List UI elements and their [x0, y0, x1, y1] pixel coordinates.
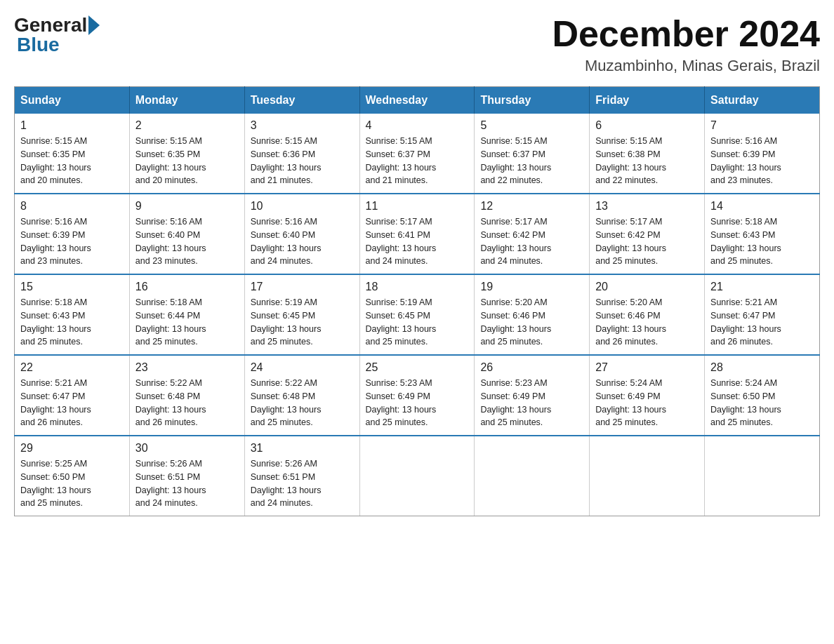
day-info: Sunrise: 5:17 AM Sunset: 6:41 PM Dayligh… [366, 215, 469, 268]
day-number: 7 [710, 119, 814, 132]
calendar-cell: 13 Sunrise: 5:17 AM Sunset: 6:42 PM Dayl… [590, 194, 705, 274]
day-info: Sunrise: 5:20 AM Sunset: 6:46 PM Dayligh… [595, 296, 699, 349]
calendar-cell: 14 Sunrise: 5:18 AM Sunset: 6:43 PM Dayl… [705, 194, 820, 274]
day-info: Sunrise: 5:18 AM Sunset: 6:44 PM Dayligh… [135, 296, 239, 349]
calendar-cell: 15 Sunrise: 5:18 AM Sunset: 6:43 PM Dayl… [15, 274, 130, 355]
day-number: 26 [480, 361, 583, 374]
day-number: 29 [20, 442, 124, 455]
day-info: Sunrise: 5:17 AM Sunset: 6:42 PM Dayligh… [480, 215, 583, 268]
calendar-cell: 9 Sunrise: 5:16 AM Sunset: 6:40 PM Dayli… [129, 194, 244, 274]
calendar-cell: 27 Sunrise: 5:24 AM Sunset: 6:49 PM Dayl… [590, 355, 705, 436]
header-wednesday: Wednesday [359, 87, 475, 114]
day-info: Sunrise: 5:15 AM Sunset: 6:37 PM Dayligh… [480, 135, 583, 187]
calendar-cell: 4 Sunrise: 5:15 AM Sunset: 6:37 PM Dayli… [359, 114, 475, 194]
main-title: December 2024 [552, 14, 820, 54]
page-header: General Blue December 2024 Muzambinho, M… [14, 14, 820, 75]
calendar-cell: 11 Sunrise: 5:17 AM Sunset: 6:41 PM Dayl… [359, 194, 475, 274]
day-number: 14 [710, 200, 814, 213]
day-info: Sunrise: 5:16 AM Sunset: 6:40 PM Dayligh… [251, 215, 354, 268]
day-info: Sunrise: 5:18 AM Sunset: 6:43 PM Dayligh… [20, 296, 124, 349]
day-number: 21 [710, 281, 814, 293]
calendar-cell: 10 Sunrise: 5:16 AM Sunset: 6:40 PM Dayl… [244, 194, 359, 274]
day-info: Sunrise: 5:23 AM Sunset: 6:49 PM Dayligh… [366, 377, 469, 429]
day-number: 27 [595, 361, 699, 374]
day-info: Sunrise: 5:16 AM Sunset: 6:40 PM Dayligh… [135, 215, 239, 268]
header-saturday: Saturday [705, 87, 820, 114]
day-number: 5 [480, 119, 583, 132]
day-info: Sunrise: 5:16 AM Sunset: 6:39 PM Dayligh… [710, 135, 814, 187]
day-number: 9 [135, 200, 239, 213]
day-number: 28 [710, 361, 814, 374]
calendar-week-row: 1 Sunrise: 5:15 AM Sunset: 6:35 PM Dayli… [15, 114, 820, 194]
calendar-week-row: 22 Sunrise: 5:21 AM Sunset: 6:47 PM Dayl… [15, 355, 820, 436]
day-number: 23 [135, 361, 239, 374]
calendar-cell: 23 Sunrise: 5:22 AM Sunset: 6:48 PM Dayl… [129, 355, 244, 436]
logo-blue-text: Blue [17, 34, 60, 55]
day-number: 16 [135, 281, 239, 293]
calendar-cell: 29 Sunrise: 5:25 AM Sunset: 6:50 PM Dayl… [15, 436, 130, 516]
day-info: Sunrise: 5:26 AM Sunset: 6:51 PM Dayligh… [251, 457, 354, 510]
title-section: December 2024 Muzambinho, Minas Gerais, … [552, 14, 820, 75]
day-number: 15 [20, 281, 124, 293]
day-number: 4 [366, 119, 469, 132]
day-info: Sunrise: 5:20 AM Sunset: 6:46 PM Dayligh… [480, 296, 583, 349]
day-number: 17 [251, 281, 354, 293]
day-info: Sunrise: 5:25 AM Sunset: 6:50 PM Dayligh… [20, 457, 124, 510]
header-thursday: Thursday [475, 87, 590, 114]
day-info: Sunrise: 5:21 AM Sunset: 6:47 PM Dayligh… [710, 296, 814, 349]
header-monday: Monday [129, 87, 244, 114]
subtitle: Muzambinho, Minas Gerais, Brazil [552, 57, 820, 75]
calendar-cell [359, 436, 475, 516]
day-info: Sunrise: 5:15 AM Sunset: 6:38 PM Dayligh… [595, 135, 699, 187]
day-number: 30 [135, 442, 239, 455]
day-number: 19 [480, 281, 583, 293]
day-info: Sunrise: 5:22 AM Sunset: 6:48 PM Dayligh… [251, 377, 354, 429]
day-number: 18 [366, 281, 469, 293]
calendar-cell: 26 Sunrise: 5:23 AM Sunset: 6:49 PM Dayl… [475, 355, 590, 436]
day-info: Sunrise: 5:19 AM Sunset: 6:45 PM Dayligh… [366, 296, 469, 349]
calendar-header-row: SundayMondayTuesdayWednesdayThursdayFrid… [15, 87, 820, 114]
day-number: 2 [135, 119, 239, 132]
day-info: Sunrise: 5:15 AM Sunset: 6:37 PM Dayligh… [366, 135, 469, 187]
calendar-cell: 6 Sunrise: 5:15 AM Sunset: 6:38 PM Dayli… [590, 114, 705, 194]
day-info: Sunrise: 5:23 AM Sunset: 6:49 PM Dayligh… [480, 377, 583, 429]
calendar-cell: 21 Sunrise: 5:21 AM Sunset: 6:47 PM Dayl… [705, 274, 820, 355]
calendar-cell: 8 Sunrise: 5:16 AM Sunset: 6:39 PM Dayli… [15, 194, 130, 274]
day-number: 24 [251, 361, 354, 374]
calendar-cell: 12 Sunrise: 5:17 AM Sunset: 6:42 PM Dayl… [475, 194, 590, 274]
day-info: Sunrise: 5:16 AM Sunset: 6:39 PM Dayligh… [20, 215, 124, 268]
calendar-table: SundayMondayTuesdayWednesdayThursdayFrid… [14, 86, 820, 516]
calendar-cell [590, 436, 705, 516]
calendar-cell [475, 436, 590, 516]
calendar-cell [705, 436, 820, 516]
day-info: Sunrise: 5:18 AM Sunset: 6:43 PM Dayligh… [710, 215, 814, 268]
day-info: Sunrise: 5:19 AM Sunset: 6:45 PM Dayligh… [251, 296, 354, 349]
calendar-cell: 31 Sunrise: 5:26 AM Sunset: 6:51 PM Dayl… [244, 436, 359, 516]
calendar-cell: 18 Sunrise: 5:19 AM Sunset: 6:45 PM Dayl… [359, 274, 475, 355]
calendar-cell: 5 Sunrise: 5:15 AM Sunset: 6:37 PM Dayli… [475, 114, 590, 194]
header-sunday: Sunday [15, 87, 130, 114]
logo-arrow-icon [88, 15, 100, 35]
day-number: 10 [251, 200, 354, 213]
day-info: Sunrise: 5:22 AM Sunset: 6:48 PM Dayligh… [135, 377, 239, 429]
calendar-cell: 7 Sunrise: 5:16 AM Sunset: 6:39 PM Dayli… [705, 114, 820, 194]
day-info: Sunrise: 5:17 AM Sunset: 6:42 PM Dayligh… [595, 215, 699, 268]
day-number: 12 [480, 200, 583, 213]
calendar-cell: 16 Sunrise: 5:18 AM Sunset: 6:44 PM Dayl… [129, 274, 244, 355]
calendar-cell: 2 Sunrise: 5:15 AM Sunset: 6:35 PM Dayli… [129, 114, 244, 194]
calendar-cell: 3 Sunrise: 5:15 AM Sunset: 6:36 PM Dayli… [244, 114, 359, 194]
day-info: Sunrise: 5:26 AM Sunset: 6:51 PM Dayligh… [135, 457, 239, 510]
day-info: Sunrise: 5:24 AM Sunset: 6:50 PM Dayligh… [710, 377, 814, 429]
calendar-cell: 24 Sunrise: 5:22 AM Sunset: 6:48 PM Dayl… [244, 355, 359, 436]
day-info: Sunrise: 5:15 AM Sunset: 6:35 PM Dayligh… [135, 135, 239, 187]
calendar-cell: 17 Sunrise: 5:19 AM Sunset: 6:45 PM Dayl… [244, 274, 359, 355]
day-number: 3 [251, 119, 354, 132]
day-number: 13 [595, 200, 699, 213]
day-number: 22 [20, 361, 124, 374]
day-number: 6 [595, 119, 699, 132]
calendar-cell: 22 Sunrise: 5:21 AM Sunset: 6:47 PM Dayl… [15, 355, 130, 436]
day-number: 8 [20, 200, 124, 213]
logo: General Blue [14, 14, 101, 56]
day-number: 1 [20, 119, 124, 132]
calendar-cell: 19 Sunrise: 5:20 AM Sunset: 6:46 PM Dayl… [475, 274, 590, 355]
